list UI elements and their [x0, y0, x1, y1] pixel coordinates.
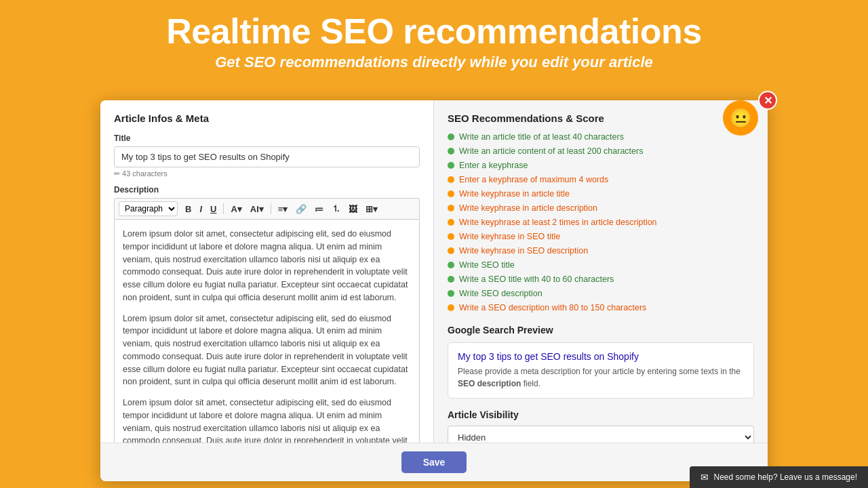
dot-green-icon: [448, 276, 454, 283]
right-panel: SEO Recommendations & Score Write an art…: [434, 100, 768, 443]
rec-item-6: Write keyphrase in article description: [448, 203, 754, 213]
rec-item-11: Write a SEO title with 40 to 60 characte…: [448, 274, 754, 284]
ai-button[interactable]: AI▾: [247, 203, 267, 216]
toolbar-divider-1: [223, 203, 224, 214]
main-title: Realtime SEO recommendations: [14, 12, 854, 51]
link-button[interactable]: 🔗: [292, 203, 310, 216]
paragraph-select[interactable]: Paragraph: [119, 201, 178, 216]
italic-button[interactable]: I: [196, 203, 205, 216]
dot-orange-icon: [448, 247, 454, 254]
rec-item-1: Write an article title of at least 40 ch…: [448, 132, 754, 142]
dot-green-icon: [448, 262, 454, 268]
left-panel-title: Article Infos & Meta: [114, 113, 420, 124]
table-button[interactable]: ⊞▾: [362, 203, 381, 216]
dot-orange-icon: [448, 205, 454, 211]
rec-item-12: Write SEO description: [448, 289, 754, 298]
dot-orange-icon: [448, 176, 454, 183]
dot-orange-icon: [448, 233, 454, 240]
left-panel: Article Infos & Meta Title 43 characters…: [100, 100, 434, 443]
emoji-avatar: 😐: [723, 100, 758, 136]
dot-orange-icon: [448, 190, 454, 197]
editor-paragraph-2: Lorem ipsum dolor sit amet, consectetur …: [123, 312, 411, 389]
rec-item-8: Write keyhrase in SEO title: [448, 232, 754, 241]
editor-area[interactable]: Lorem ipsum dolor sit amet, consectetur …: [114, 219, 420, 443]
rec-item-9: Write keyhrase in SEO description: [448, 246, 754, 256]
unordered-list-button[interactable]: ≔: [311, 203, 327, 216]
bold-button[interactable]: B: [182, 203, 195, 216]
description-label: Description: [114, 185, 420, 195]
title-char-count: 43 characters: [114, 169, 420, 178]
rec-item-7: Write keyphrase at least 2 times in arti…: [448, 218, 754, 227]
dot-green-icon: [448, 162, 454, 169]
save-button[interactable]: Save: [401, 451, 467, 473]
ordered-list-button[interactable]: ⒈: [328, 201, 344, 216]
help-bar[interactable]: ✉ Need some help? Leave us a message!: [690, 466, 868, 488]
editor-paragraph-1: Lorem ipsum dolor sit amet, consectetur …: [123, 228, 411, 304]
align-button[interactable]: ≡▾: [275, 203, 292, 216]
help-text: Need some help? Leave us a message!: [714, 472, 857, 482]
search-preview-box: My top 3 tips to get SEO results on Shop…: [448, 342, 754, 399]
sub-title: Get SEO recommendations directly while y…: [14, 54, 854, 71]
preview-description: Please provide a meta description for yo…: [458, 365, 744, 390]
modal-footer: Save: [100, 443, 768, 481]
dot-orange-icon: [448, 219, 454, 226]
close-button[interactable]: ✕: [758, 91, 777, 110]
rec-item-13: Write a SEO description with 80 to 150 c…: [448, 303, 754, 312]
preview-link[interactable]: My top 3 tips to get SEO results on Shop…: [458, 351, 744, 362]
title-label: Title: [114, 134, 420, 143]
help-icon: ✉: [701, 472, 709, 483]
visibility-select[interactable]: Hidden Visible: [448, 426, 754, 443]
dot-green-icon: [448, 134, 454, 140]
image-button[interactable]: 🖼: [345, 203, 361, 216]
rec-item-3: Enter a keyphrase: [448, 161, 754, 170]
rec-item-5: Write keyphrase in article title: [448, 189, 754, 199]
dot-green-icon: [448, 290, 454, 297]
editor-paragraph-3: Lorem ipsum dolor sit amet, consectetur …: [123, 396, 411, 443]
google-preview-title: Google Search Preview: [448, 325, 754, 336]
visibility-label: Article Visibility: [448, 409, 754, 420]
toolbar-divider-2: [271, 203, 271, 214]
recommendation-list: Write an article title of at least 40 ch…: [448, 132, 754, 312]
underline-button[interactable]: U: [207, 203, 220, 216]
seo-panel-title: SEO Recommendations & Score: [448, 113, 754, 124]
font-color-button[interactable]: A▾: [227, 203, 245, 216]
title-input[interactable]: [114, 146, 420, 167]
dot-green-icon: [448, 148, 454, 155]
modal-container: ✕ Article Infos & Meta Title 43 characte…: [100, 100, 768, 481]
dot-orange-icon: [448, 304, 454, 311]
rec-item-4: Enter a keyphrase of maximum 4 words: [448, 175, 754, 184]
editor-toolbar: Paragraph B I U A▾ AI▾ ≡▾ 🔗 ≔ ⒈ 🖼 ⊞▾: [114, 198, 420, 219]
header-section: Realtime SEO recommendations Get SEO rec…: [0, 0, 868, 81]
rec-item-2: Write an article content of at least 200…: [448, 146, 754, 156]
page-background: Realtime SEO recommendations Get SEO rec…: [0, 0, 868, 488]
rec-item-10: Write SEO title: [448, 260, 754, 270]
modal-body: Article Infos & Meta Title 43 characters…: [100, 100, 768, 443]
